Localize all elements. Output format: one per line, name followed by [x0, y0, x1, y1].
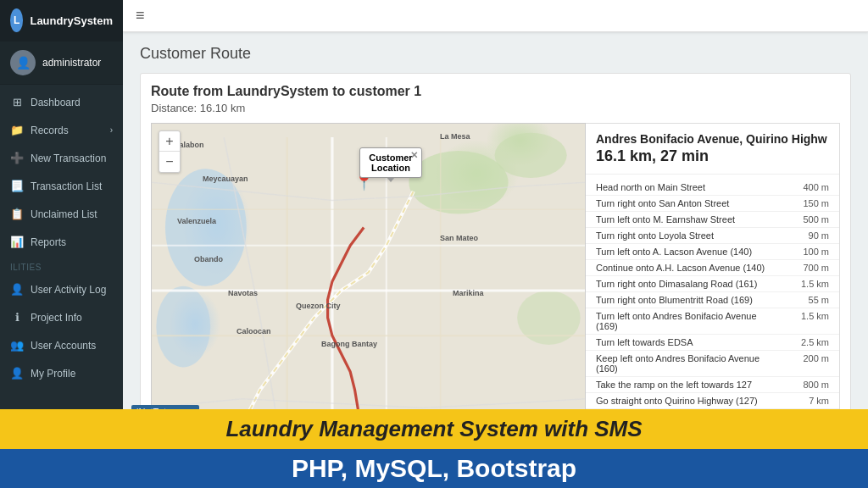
- city-label-6: Quezon City: [296, 302, 341, 310]
- dashboard-icon: ⊞: [10, 96, 24, 108]
- sidebar-user[interactable]: 👤 administrator: [0, 42, 123, 85]
- sidebar-item-label: User Activity Log: [31, 284, 106, 296]
- step-distance: 500 m: [787, 214, 829, 225]
- city-label-9: Marikina: [453, 289, 484, 297]
- banner-overlay: Laundry Management System with SMS PHP, …: [0, 409, 868, 488]
- route-body: Malabon Meycauayan Valenzuela Obando Nav…: [151, 123, 840, 458]
- step-distance: 55 m: [787, 295, 829, 305]
- svg-point-2: [409, 151, 508, 214]
- svg-point-1: [156, 286, 210, 368]
- avatar: 👤: [10, 50, 36, 75]
- step-distance: 800 m: [787, 380, 829, 390]
- sidebar-item-accounts[interactable]: 👥 User Accounts: [0, 331, 123, 359]
- sidebar-item-records[interactable]: 📁 Records ›: [0, 116, 123, 144]
- step-distance: 1.5 km: [787, 279, 829, 289]
- banner-yellow-text: Laundry Management System with SMS: [225, 416, 642, 441]
- direction-step: Turn left towards EDSA 2.5 km: [586, 335, 839, 351]
- step-text: Take the ramp on the left towards 127: [596, 380, 787, 390]
- direction-step: Turn left onto M. Earnshaw Street 500 m: [586, 212, 839, 228]
- step-text: Go straight onto Quirino Highway (127): [596, 396, 787, 406]
- step-distance: 200 m: [787, 353, 829, 374]
- direction-step: Turn right onto Blumentritt Road (169) 5…: [586, 292, 839, 308]
- step-distance: 1.5 km: [787, 311, 829, 331]
- banner-yellow: Laundry Management System with SMS: [0, 409, 868, 449]
- sidebar-item-label: User Accounts: [31, 340, 96, 352]
- city-label-11: Bagong Bantay: [321, 340, 377, 348]
- step-distance: 150 m: [787, 198, 829, 208]
- svg-point-3: [495, 133, 567, 178]
- route-title: Route from LaundrySystem to customer 1: [151, 84, 840, 99]
- brand-icon: L: [10, 8, 23, 32]
- banner-blue-text: PHP, MySQL, Bootstrap: [292, 454, 576, 482]
- popup-title: Customer: [369, 152, 412, 163]
- zoom-out-button[interactable]: −: [159, 152, 180, 172]
- page-title: Customer Route: [140, 45, 851, 63]
- directions-summary: 16.1 km, 27 min: [596, 147, 829, 165]
- step-distance: 700 m: [787, 263, 829, 273]
- sidebar-item-label: Dashboard: [31, 97, 81, 108]
- brand-name: LaundrySystem: [30, 14, 113, 27]
- zoom-in-button[interactable]: +: [159, 131, 180, 152]
- sidebar-item-label: Reports: [31, 236, 66, 248]
- city-label-7: La Mesa: [440, 132, 470, 141]
- banner-blue: PHP, MySQL, Bootstrap: [0, 449, 868, 488]
- map-container[interactable]: Malabon Meycauayan Valenzuela Obando Nav…: [151, 123, 586, 458]
- popup-close-button[interactable]: ✕: [410, 150, 418, 161]
- sidebar-item-label: Project Info: [31, 312, 82, 324]
- reports-icon: 📊: [10, 236, 24, 248]
- step-text: Turn right onto Dimasalang Road (161): [596, 279, 787, 289]
- direction-step: Go straight onto Quirino Highway (127) 7…: [586, 393, 839, 409]
- profile-icon: 👤: [10, 367, 24, 380]
- city-label-4: Obando: [194, 255, 223, 263]
- step-text: Turn left onto A. Lacson Avenue (140): [596, 247, 787, 257]
- sidebar-item-label: Records: [31, 125, 69, 136]
- step-text: Continue onto A.H. Lacson Avenue (140): [596, 263, 787, 273]
- direction-step: Head north on Main Street 400 m: [586, 180, 839, 196]
- direction-step: Turn right onto Dimasalang Road (161) 1.…: [586, 276, 839, 292]
- sidebar-item-dashboard[interactable]: ⊞ Dashboard: [0, 88, 123, 116]
- svg-point-0: [165, 169, 247, 286]
- sidebar-brand[interactable]: L LaundrySystem: [0, 0, 123, 42]
- sidebar-item-user-activity[interactable]: 👤 User Activity Log: [0, 275, 123, 303]
- city-label-2: Meycauayan: [203, 175, 248, 183]
- city-label-10: Caloocan: [236, 327, 271, 336]
- new-transaction-icon: ➕: [10, 152, 24, 164]
- sidebar-item-transaction-list[interactable]: 📃 Transaction List: [0, 172, 123, 200]
- records-icon: 📁: [10, 124, 24, 136]
- sidebar-item-new-transaction[interactable]: ➕ New Transaction: [0, 144, 123, 172]
- city-label-8: San Mateo: [440, 234, 478, 242]
- svg-point-4: [517, 291, 581, 345]
- sidebar-item-label: My Profile: [31, 368, 75, 380]
- transaction-list-icon: 📃: [10, 180, 24, 192]
- step-distance: 2.5 km: [787, 337, 829, 347]
- city-label-5: Navotas: [228, 289, 258, 297]
- directions-panel: Andres Bonifacio Avenue, Quirino Highw 1…: [586, 123, 840, 458]
- user-activity-icon: 👤: [10, 283, 24, 296]
- utilities-section: ilities: [0, 256, 123, 275]
- direction-step: Take the ramp on the left towards 127 80…: [586, 377, 839, 393]
- step-distance: 400 m: [787, 182, 829, 192]
- step-text: Turn right onto Loyola Street: [596, 230, 787, 241]
- city-label-3: Valenzuela: [177, 217, 216, 225]
- chevron-right-icon: ›: [110, 125, 113, 135]
- map-popup: ✕ Customer Location: [359, 147, 421, 178]
- sidebar-item-label: Transaction List: [31, 180, 102, 192]
- step-text: Keep left onto Andres Bonifacio Avenue (…: [596, 353, 787, 374]
- topbar: ≡: [123, 0, 868, 32]
- hamburger-icon[interactable]: ≡: [136, 7, 145, 25]
- accounts-icon: 👥: [10, 339, 24, 352]
- unclaimed-icon: 📋: [10, 208, 24, 220]
- step-distance: 90 m: [787, 230, 829, 241]
- direction-step: Turn right onto Loyola Street 90 m: [586, 228, 839, 244]
- project-info-icon: ℹ: [10, 311, 24, 324]
- step-text: Turn left onto Andres Bonifacio Avenue (…: [596, 311, 787, 331]
- sidebar-item-unclaimed-list[interactable]: 📋 Unclaimed List: [0, 200, 123, 228]
- route-distance: Distance: 16.10 km: [151, 102, 840, 114]
- sidebar-item-my-profile[interactable]: 👤 My Profile: [0, 359, 123, 387]
- step-text: Head north on Main Street: [596, 182, 787, 192]
- sidebar-item-project-info[interactable]: ℹ Project Info: [0, 303, 123, 331]
- sidebar-item-label: New Transaction: [31, 152, 106, 164]
- sidebar-item-label: Unclaimed List: [31, 208, 97, 220]
- direction-step: Keep left onto Andres Bonifacio Avenue (…: [586, 351, 839, 377]
- sidebar-item-reports[interactable]: 📊 Reports: [0, 228, 123, 256]
